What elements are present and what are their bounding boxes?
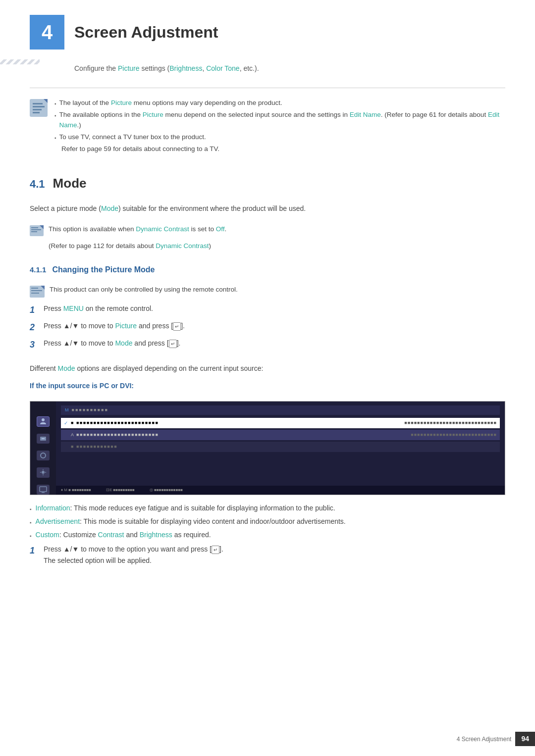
between-text: Different Mode options are displayed dep… [0,355,535,378]
note-content-1: ▪ The layout of the Picture menu options… [54,98,505,154]
chapter-header: 4 Screen Adjustment [0,0,535,59]
keyword-colortone: Color Tone [206,64,239,72]
note-icon-1 [30,99,48,117]
screen-check-3: ✓ [64,443,68,451]
chapter-title: Screen Adjustment [74,20,218,44]
source-heading: If the input source is PC or DVI: [0,378,535,396]
chapter-subtitle: Configure the Picture settings (Brightne… [0,59,535,78]
step-num-3: 3 [30,338,44,352]
bullet-text-3: Custom: Customize Contrast and Brightnes… [36,530,211,540]
section-4-1-body: Select a picture mode (Mode) suitable fo… [0,198,535,219]
note-text-3: To use TV, connect a TV tuner box to the… [59,132,206,142]
svg-rect-24 [42,492,45,493]
screen-check-2: ✓ [64,431,68,439]
svg-point-22 [42,471,45,474]
note-text-2: The available options in the Picture men… [59,110,505,130]
screen-icon-brightness [37,434,50,444]
svg-rect-15 [31,290,42,291]
kw-mode-1: Mode [101,204,118,212]
screen-icon-circle [37,451,50,460]
svg-rect-20 [42,438,45,439]
screen-icon-monitor [37,485,50,495]
page-footer: 4 Screen Adjustment 94 [457,732,535,746]
svg-rect-6 [33,112,40,113]
page-number: 94 [515,732,535,746]
screen-icon-gear [37,467,50,477]
note-item-2: ▪ The available options in the Picture m… [54,110,505,130]
bullet-dot-1: ▪ [30,505,32,513]
chapter-number: 4 [30,15,64,50]
enter-icon-1: ↵ [173,322,181,331]
bullet-text-2: Advertisement: This mode is suitable for… [36,516,346,527]
bullet-2: ▪ [54,112,56,119]
small-note-text-1: This product can only be controlled by u… [50,285,238,295]
step-num-1: 1 [30,303,44,317]
bullet-dot-3: ▪ [30,532,32,540]
svg-rect-2 [30,99,48,117]
bullet-item-custom: ▪ Custom: Customize Contrast and Brightn… [30,530,505,540]
step-num-2: 2 [30,321,44,334]
screen-bottom-3: ◎ ■■■■■■■■■■■■ [150,487,183,493]
note-text-1: The layout of the Picture menu options m… [59,98,282,108]
small-note-icon-1 [30,286,45,298]
keyword-brightness: Brightness [169,64,202,72]
step-num-final-1: 1 [30,544,44,557]
bullet-item-advertisement: ▪ Advertisement: This mode is suitable f… [30,516,505,527]
svg-rect-5 [33,109,42,110]
svg-point-21 [41,453,46,458]
divider-1 [30,88,505,88]
bullet-text-1: Information: This mode reduces eye fatig… [36,503,335,513]
screen-bottom-2: ⊡E ■■■■■■■■■ [106,487,135,493]
step-list-1: 1 Press MENU on the remote control. 2 Pr… [30,303,505,352]
inline-note-text-1: This option is available when Dynamic Co… [49,224,226,234]
step-item-1: 1 Press MENU on the remote control. [30,303,505,317]
screen-row-dots-1: ■■■■■■■■■■■■■■■■■■■■■■■■■■■■■ [404,420,497,427]
step-item-final-1: 1 Press ▲/▼ to move to the option you wa… [30,544,505,566]
screen-row-dots-2: ■■■■■■■■■■■■■■■■■■■■■■■■■■■ [411,432,497,439]
screen-row-label-3: ■ ■■■■■■■■■■■■ [71,444,497,451]
svg-rect-4 [33,106,45,107]
screen-menu-row-1: ✓ ■ ■■■■■■■■■■■■■■■■■■■■■■■■ ■■■■■■■■■■■… [61,418,500,428]
screen-row-label-2: A ■■■■■■■■■■■■■■■■■■■■■■■■ [71,432,411,439]
step-list-final: 1 Press ▲/▼ to move to the option you wa… [30,544,505,566]
section-4-1-num: 4.1 [30,176,45,192]
note-item-3: ▪ To use TV, connect a TV tuner box to t… [54,132,505,142]
svg-point-18 [42,418,45,421]
section-4-1-title: Mode [53,174,87,193]
footer-label: 4 Screen Adjustment [457,735,516,744]
subsection-4-1-1-num: 4.1.1 [30,264,46,276]
step-text-3: Press ▲/▼ to move to Mode and press [↵]. [44,338,180,349]
keyword-picture-1: Picture [118,64,140,72]
note-text-4: Refer to page 59 for details about conne… [54,144,505,154]
screen-sidebar [30,402,56,495]
inline-note-1: This option is available when Dynamic Co… [30,224,505,236]
screen-bottom-bar: ♦ M ■ ■■■■■■■■ ⊡E ■■■■■■■■■ ◎ ■■■■■■■■■■… [56,486,505,495]
indent-note-1: (Refer to page 112 for details about Dyn… [30,241,505,251]
inline-note-icon-1 [30,225,44,236]
subsection-4-1-1-title: Changing the Picture Mode [52,264,155,276]
screen-row-label-1: ■ ■■■■■■■■■■■■■■■■■■■■■■■■ [71,420,404,427]
svg-rect-14 [31,288,38,289]
bullet-list-1: ▪ Information: This mode reduces eye fat… [30,503,505,540]
enter-icon-3: ↵ [212,546,219,554]
screen-icon-user [37,416,50,427]
svg-rect-13 [30,286,45,298]
bullet-1: ▪ [54,100,56,107]
screen-menu-row-3: ✓ ■ ■■■■■■■■■■■■ [61,442,500,452]
screen-bottom-1: ♦ M ■ ■■■■■■■■ [61,487,91,493]
small-note-1: This product can only be controlled by u… [30,285,505,298]
note-item-1: ▪ The layout of the Picture menu options… [54,98,505,108]
svg-rect-10 [31,229,41,230]
step-text-2: Press ▲/▼ to move to Picture and press [… [44,321,185,331]
svg-rect-16 [31,293,39,294]
svg-rect-23 [40,487,47,492]
screen-top-bar: M ■■■■■■■■■■ [61,405,500,415]
bullet-dot-2: ▪ [30,519,32,526]
bullet-3: ▪ [54,134,56,142]
section-4-1-header: 4.1 Mode [0,159,535,198]
bullet-item-information: ▪ Information: This mode reduces eye fat… [30,503,505,513]
note-block-1: ▪ The layout of the Picture menu options… [30,98,505,154]
subsection-4-1-1-header: 4.1.1 Changing the Picture Mode [0,252,535,281]
step-text-final-1: Press ▲/▼ to move to the option you want… [44,544,223,566]
step-text-1: Press MENU on the remote control. [44,303,153,314]
